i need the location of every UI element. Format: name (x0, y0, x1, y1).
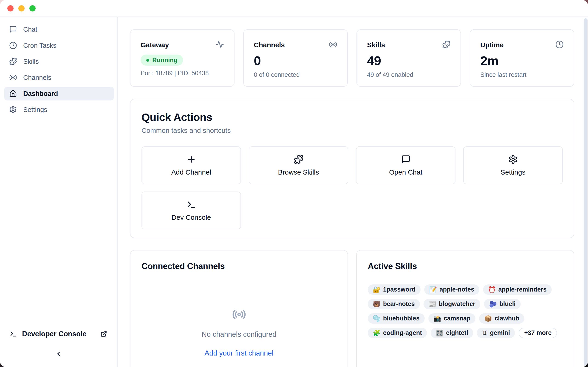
puzzle-icon (442, 40, 450, 50)
quick-action-label: Add Channel (171, 168, 211, 176)
skill-emoji: ⏰ (488, 286, 496, 293)
puzzle-icon (294, 155, 303, 164)
skill-chip-bear-notes[interactable]: 🐻bear-notes (368, 299, 420, 309)
sidebar-item-dashboard[interactable]: Dashboard (4, 87, 114, 100)
sidebar-item-channels[interactable]: Channels (4, 71, 114, 84)
skill-chip-label: coding-agent (383, 329, 422, 336)
sidebar: Chat Cron Tasks Skills Channels (0, 17, 118, 367)
stat-card-detail: Port: 18789 | PID: 50438 (141, 70, 224, 77)
stat-card-value: 49 (367, 53, 450, 68)
skill-chip-bluebubbles[interactable]: 🫧bluebubbles (368, 313, 425, 324)
stat-card-channels: Channels 0 0 of 0 connected (243, 29, 348, 87)
more-skills-chip[interactable]: +37 more (519, 328, 557, 338)
skill-chip-blogwatcher[interactable]: 📰blogwatcher (424, 299, 481, 309)
main-content: Gateway Running Port: 18789 | PID: 50438… (118, 17, 588, 367)
stat-card-gateway: Gateway Running Port: 18789 | PID: 50438 (130, 29, 234, 87)
sidebar-item-chat[interactable]: Chat (4, 23, 114, 36)
external-link-icon[interactable] (101, 331, 107, 337)
browse-skills-button[interactable]: Browse Skills (249, 146, 348, 184)
stat-card-title: Gateway (141, 41, 169, 49)
channels-empty-state: No channels configured Add your first ch… (141, 271, 337, 357)
skill-emoji: 🫧 (373, 315, 380, 322)
skill-chip-label: blogwatcher (439, 300, 475, 308)
stat-card-uptime: Uptime 2m Since last restart (470, 29, 574, 87)
puzzle-icon (9, 58, 17, 65)
minimize-window-button[interactable] (18, 5, 25, 11)
scrollbar[interactable] (584, 18, 588, 366)
sidebar-item-label: Skills (23, 58, 39, 65)
add-channel-button[interactable]: Add Channel (141, 146, 241, 184)
skill-chip-eightctl[interactable]: 🎛️eightctl (431, 328, 473, 338)
quick-action-label: Open Chat (389, 168, 422, 176)
developer-console-link[interactable]: Developer Console (0, 327, 117, 341)
quick-actions-title: Quick Actions (141, 111, 563, 123)
zoom-window-button[interactable] (29, 5, 36, 11)
skill-chip-label: 1password (383, 286, 415, 293)
clock-icon (555, 40, 564, 50)
skill-chips: 🔐1password 📝apple-notes ⏰apple-reminders… (368, 284, 563, 338)
sidebar-item-settings[interactable]: Settings (4, 103, 114, 117)
skill-emoji: 📦 (484, 315, 492, 322)
settings-button[interactable]: Settings (463, 146, 563, 184)
sidebar-nav: Chat Cron Tasks Skills Channels (0, 17, 117, 117)
skill-emoji: 🐻 (373, 301, 380, 307)
open-chat-button[interactable]: Open Chat (356, 146, 456, 184)
status-badge-label: Running (152, 57, 177, 64)
skill-chip-gemini[interactable]: ♊gemini (477, 328, 515, 338)
status-badge: Running (141, 55, 183, 66)
skill-chip-blucli[interactable]: 🫐blucli (484, 299, 520, 309)
sidebar-item-label: Channels (23, 74, 52, 81)
sidebar-item-label: Settings (23, 106, 47, 114)
stat-card-title: Channels (254, 41, 285, 49)
stat-card-detail: 0 of 0 connected (254, 71, 337, 78)
skill-chip-camsnap[interactable]: 📸camsnap (428, 313, 476, 324)
skill-emoji: ♊ (482, 330, 487, 336)
stat-card-title: Skills (367, 41, 385, 49)
plus-icon (187, 155, 196, 164)
skill-chip-apple-reminders[interactable]: ⏰apple-reminders (483, 284, 552, 295)
add-first-channel-link[interactable]: Add your first channel (205, 349, 274, 357)
stat-card-detail: Since last restart (480, 71, 564, 78)
channels-empty-text: No channels configured (202, 330, 277, 339)
skill-chip-label: bear-notes (383, 300, 415, 308)
stat-card-skills: Skills 49 49 of 49 enabled (356, 29, 461, 87)
radio-icon (232, 307, 246, 323)
skill-chip-apple-notes[interactable]: 📝apple-notes (424, 284, 479, 295)
skill-chip-label: camsnap (443, 315, 470, 322)
skill-chip-clawhub[interactable]: 📦clawhub (479, 313, 524, 324)
status-dot-icon (146, 59, 149, 62)
stat-card-value: 0 (254, 53, 337, 68)
skill-emoji: 🎛️ (436, 330, 443, 336)
chevron-left-icon (55, 350, 62, 359)
connected-channels-title: Connected Channels (141, 261, 337, 271)
message-square-icon (401, 155, 411, 164)
close-window-button[interactable] (7, 5, 14, 11)
active-skills-title: Active Skills (368, 261, 563, 271)
dev-console-button[interactable]: Dev Console (141, 192, 241, 229)
sidebar-item-label: Cron Tasks (23, 42, 57, 49)
skill-chip-label: blucli (499, 300, 516, 308)
quick-actions-subtitle: Common tasks and shortcuts (141, 127, 563, 134)
skill-chip-label: clawhub (494, 315, 519, 322)
app-window: Chat Cron Tasks Skills Channels (0, 0, 588, 367)
skill-emoji: 🔐 (373, 286, 380, 293)
terminal-icon (187, 200, 196, 209)
sidebar-collapse-button[interactable] (0, 348, 117, 361)
sidebar-item-skills[interactable]: Skills (4, 55, 114, 68)
gear-icon (508, 155, 518, 164)
connected-channels-card: Connected Channels No channels configure… (130, 250, 348, 367)
sidebar-item-cron-tasks[interactable]: Cron Tasks (4, 39, 114, 52)
sidebar-item-label: Dashboard (23, 90, 58, 98)
skill-chip-coding-agent[interactable]: 🧩coding-agent (368, 328, 427, 338)
radio-icon (9, 74, 17, 81)
skill-chip-1password[interactable]: 🔐1password (368, 284, 421, 295)
activity-icon (216, 40, 224, 50)
quick-actions-panel: Quick Actions Common tasks and shortcuts… (130, 99, 574, 238)
skill-chip-label: eightctl (446, 329, 468, 336)
skill-chip-label: apple-notes (439, 286, 474, 293)
home-icon (9, 90, 17, 98)
stat-card-value: 2m (480, 53, 564, 68)
stats-row: Gateway Running Port: 18789 | PID: 50438… (130, 29, 574, 87)
skill-chip-label: apple-reminders (498, 286, 547, 293)
skill-emoji: 📝 (429, 286, 437, 293)
